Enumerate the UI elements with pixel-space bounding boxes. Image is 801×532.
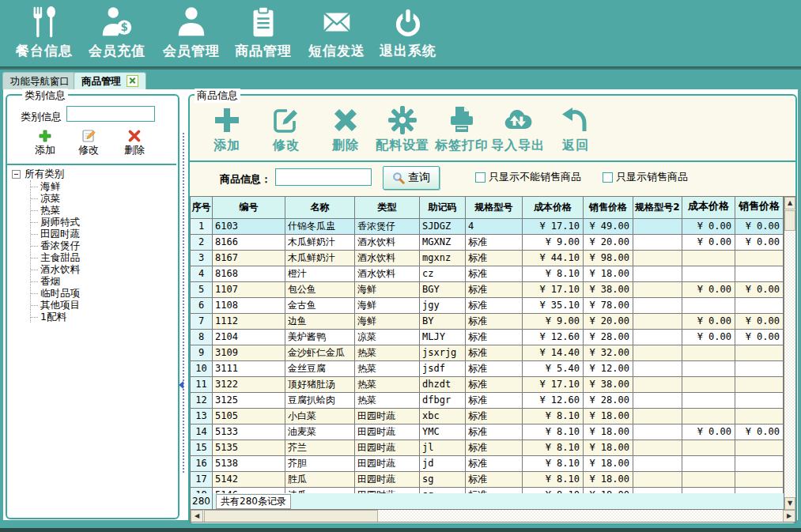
tree-item[interactable]: 其他项目 [31,299,80,311]
checkbox-for-sale[interactable]: 只显示销售商品 [603,170,688,184]
toolbar-item-sms[interactable]: 短信发送 [300,3,373,65]
tree-item[interactable]: 酒水饮料 [31,263,80,275]
horizontal-scrollbar[interactable]: ◀ ▶ [191,510,795,523]
checkbox-icon[interactable] [603,172,613,183]
toolbar-item-member-recharge[interactable]: $ 会员充值 [81,3,153,65]
tree-item[interactable]: 热菜 [31,204,80,216]
table-row[interactable]: 113122顶好猪肚汤热菜dhzdt标准¥ 17.10¥ 38.00 [191,377,795,393]
tree-root-all-categories[interactable]: 所有类别 [12,168,64,181]
column-header[interactable]: 成本价格 [682,197,735,219]
column-header[interactable]: 销售价格 [735,197,784,219]
search-divider [190,160,795,162]
table-cell: 标准 [466,330,523,345]
table-row[interactable]: 61108金古鱼海鲜jgy标准¥ 35.10¥ 78.00 [191,298,795,314]
category-delete-button[interactable]: 删除 [113,129,156,160]
column-header[interactable]: 助记码 [420,197,466,219]
toolbar-item-label: 商品管理 [227,40,300,61]
table-cell [633,472,682,488]
table-cell [633,361,682,377]
toolbar-item-product-manage[interactable]: 商品管理 [227,3,300,65]
table-row[interactable]: 82104美炉酱鸭凉菜MLJY标准¥ 12.60¥ 28.00¥ 0.00¥ 0… [191,330,795,345]
red-x-icon [127,129,142,143]
table-cell: ¥ 0.00 [682,235,735,251]
tree-item[interactable]: 香烟 [31,275,80,287]
table-row[interactable]: 38167木瓜鲜奶汁酒水饮料mgxnz标准¥ 44.10¥ 98.00 [191,251,795,266]
search-input[interactable] [275,168,372,186]
table-row[interactable]: 135105小白菜田园时蔬xbc标准¥ 8.10¥ 18.00 [191,409,795,424]
tree-item[interactable]: 香浓煲仔 [31,240,80,251]
product-add-button[interactable]: 添加 [207,104,247,158]
table-cell: 热菜 [355,361,420,377]
row-number-cell: 3 [191,251,213,266]
scroll-up-icon[interactable]: ▲ [784,197,795,209]
category-edit-button[interactable]: 修改 [67,129,110,160]
checkbox-not-for-sale[interactable]: 只显示不能销售商品 [475,170,581,184]
toolbar-item-table-info[interactable]: 餐台信息 [8,3,81,65]
tree-item[interactable]: 海鲜 [31,180,80,192]
vertical-scrollbar[interactable]: ▲ ▼ [784,197,795,510]
column-header[interactable]: 序号 [191,197,213,219]
column-header[interactable]: 销售价格 [584,197,633,219]
table-row[interactable]: 175142胜瓜田园时蔬sg标准¥ 8.10¥ 18.00 [191,472,795,488]
row-number-cell: 4 [191,266,213,282]
table-row[interactable]: 51107包公鱼海鲜BGY标准¥ 17.10¥ 38.00¥ 0.00¥ 0.0… [191,282,795,298]
table-cell: 3111 [213,361,285,377]
column-header[interactable]: 成本价格 [523,197,584,219]
tab-nav-window[interactable]: 功能导航窗口 [2,72,77,89]
table-row[interactable]: 48168橙汁酒水饮料cz标准¥ 8.10¥ 18.00 [191,266,795,282]
table-cell [682,456,735,472]
collapse-icon[interactable] [12,170,21,179]
table-cell: 标准 [466,456,523,472]
table-row[interactable]: 145133油麦菜田园时蔬YMC标准¥ 8.10¥ 18.00¥ 0.00¥ 0… [191,424,795,440]
table-row[interactable]: 16103什锦冬瓜盅香浓煲仔SJDGZ4¥ 17.10¥ 49.00¥ 0.00… [191,219,795,235]
scroll-left-icon[interactable]: ◀ [191,510,203,523]
horizontal-scroll-track[interactable] [378,510,783,523]
back-button[interactable]: 返回 [556,104,595,158]
column-header[interactable]: 编号 [213,197,285,219]
table-row[interactable]: 71112边鱼海鲜BY标准¥ 9.00¥ 20.00¥ 0.00¥ 0.00 [191,314,795,330]
horizontal-scroll-thumb[interactable] [204,510,378,523]
product-edit-button[interactable]: 修改 [266,104,306,158]
table-cell: 酒水饮料 [355,251,420,266]
column-header[interactable]: 类型 [355,197,420,219]
splitter[interactable] [183,133,184,473]
table-cell [633,282,682,298]
splitter-collapse-arrow[interactable] [179,381,183,389]
checkbox-icon[interactable] [475,172,486,183]
product-delete-button[interactable]: 删除 [326,104,365,158]
tab-product-manage[interactable]: 商品管理 [74,72,146,89]
button-label: 标签打印 [433,138,490,154]
table-row[interactable]: 123125豆腐扒蛤肉热菜dfbgr标准¥ 12.60¥ 28.00 [191,393,795,409]
tree-item[interactable]: 1配料 [31,311,80,323]
toolbar-item-member-manage[interactable]: 会员管理 [155,3,228,65]
table-cell: 标准 [466,282,523,298]
vertical-scroll-thumb[interactable] [784,210,795,231]
ingredient-settings-button[interactable]: 配料设置 [374,104,431,158]
label-print-button[interactable]: 标签打印 [433,104,490,158]
category-input[interactable] [66,106,155,122]
column-header[interactable]: 规格型号 [466,197,523,219]
import-export-button[interactable]: 导入导出 [489,104,546,158]
column-header[interactable]: 规格型号2 [633,197,682,219]
toolbar-item-exit[interactable]: 退出系统 [372,3,444,65]
table-row[interactable]: 185146诗瓜田园时蔬sg标准¥ 8.10¥ 18.00 [191,488,795,493]
table-cell: 5135 [213,440,285,456]
table-row[interactable]: 93109金沙虾仁金瓜热菜jsxrjg标准¥ 14.40¥ 32.00 [191,345,795,361]
tree-item[interactable]: 厨师特式 [31,216,80,228]
table-row[interactable]: 103111金丝豆腐热菜jsdf标准¥ 5.40¥ 12.00 [191,361,795,377]
query-button[interactable]: 查询 [383,166,440,190]
table-cell: 6103 [213,219,285,235]
close-icon[interactable] [127,75,138,87]
tree-item[interactable]: 主食甜品 [31,251,80,263]
table-row[interactable]: 155135芥兰田园时蔬jl标准¥ 8.10¥ 18.00 [191,440,795,456]
scroll-down-icon[interactable]: ▼ [784,497,795,510]
scroll-right-icon[interactable]: ▶ [783,510,795,523]
tree-item[interactable]: 临时品项 [31,287,80,299]
tree-item[interactable]: 田园时蔬 [31,228,80,240]
tree-item[interactable]: 凉菜 [31,192,80,204]
table-row[interactable]: 165138芥胆田园时蔬jd标准¥ 8.10¥ 18.00 [191,456,795,472]
category-add-button[interactable]: 添加 [24,129,66,160]
table-cell: jl [420,440,466,456]
table-row[interactable]: 28166木瓜鲜奶汁酒水饮料MGXNZ标准¥ 9.00¥ 20.00¥ 0.00… [191,235,795,251]
column-header[interactable]: 名称 [285,197,355,219]
